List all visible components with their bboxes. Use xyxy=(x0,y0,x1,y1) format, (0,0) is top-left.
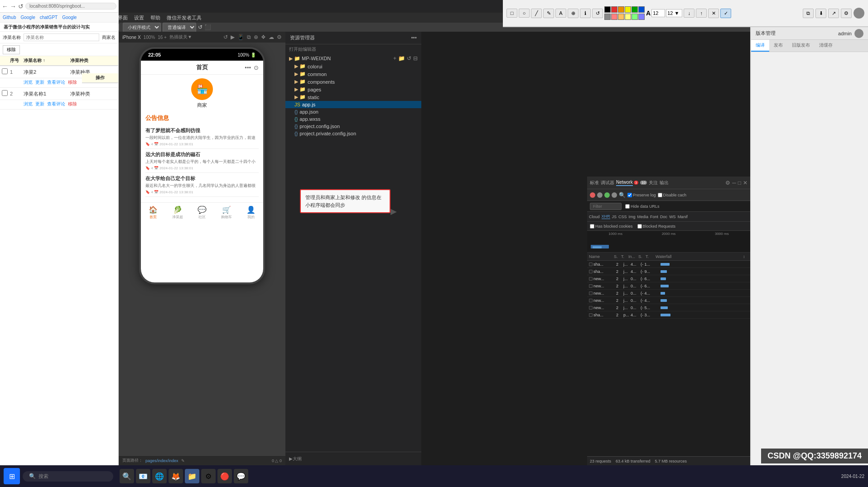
nav-community[interactable]: 💬 社区 xyxy=(190,205,214,220)
color-blue[interactable] xyxy=(638,6,645,13)
taskbar-icon-1[interactable]: 🔍 xyxy=(120,469,134,483)
filter-input[interactable] xyxy=(590,203,622,210)
page-path-edit[interactable]: ✎ xyxy=(181,458,185,463)
sim-more2-icon[interactable]: ❖ xyxy=(261,34,266,40)
devtools-close-icon[interactable]: ✕ xyxy=(743,180,747,186)
type-manif[interactable]: Manif xyxy=(678,215,688,219)
menu-settings[interactable]: 设置 xyxy=(134,14,144,21)
row-checkbox-2[interactable] xyxy=(2,90,8,96)
menu-interface[interactable]: 界面 xyxy=(118,14,128,21)
row-checkbox-1[interactable] xyxy=(2,68,8,74)
col-sort-icon[interactable]: ↕ xyxy=(743,254,748,259)
sim-copy-icon[interactable]: ⧉ xyxy=(247,34,251,40)
nav-home[interactable]: 🏠 首页 xyxy=(141,205,165,220)
color-red[interactable] xyxy=(611,6,617,13)
blocked-requests-label[interactable]: Blocked Requests xyxy=(637,224,676,229)
update-btn-1[interactable]: 更新 xyxy=(35,79,44,86)
rect-tool[interactable]: □ xyxy=(506,9,517,18)
download-tool[interactable]: ⬇ xyxy=(815,9,826,18)
sim-more1-icon[interactable]: ⊕ xyxy=(254,34,258,40)
type-js[interactable]: JS xyxy=(612,215,617,219)
bookmark-google[interactable]: Google xyxy=(20,15,35,20)
open-editor-link[interactable]: 打开始编辑器 xyxy=(285,44,421,54)
type-css[interactable]: CSS xyxy=(618,215,627,219)
menu-wechat-tools[interactable]: 微信开发者工具 xyxy=(167,14,202,21)
info-tool[interactable]: ℹ xyxy=(580,9,591,18)
delete-btn-1[interactable]: 移除 xyxy=(68,79,77,86)
sim-play-icon[interactable]: ▶ xyxy=(231,34,235,40)
refresh-btn[interactable]: ↺ xyxy=(198,24,203,30)
taskbar-icon-4[interactable]: 🦊 xyxy=(169,469,183,483)
blocked-cookies-label[interactable]: Has blocked cookies xyxy=(590,224,633,229)
type-cloud[interactable]: Cloud xyxy=(589,215,600,219)
color-light-yellow[interactable] xyxy=(625,14,631,20)
type-img[interactable]: Img xyxy=(629,215,636,219)
nav-profile[interactable]: 👤 我的 xyxy=(239,205,263,220)
file-explorer-more[interactable]: ••• xyxy=(411,35,417,41)
taskbar-icon-8[interactable]: 💬 xyxy=(234,469,248,483)
green-btn[interactable] xyxy=(604,192,610,198)
nav-cart[interactable]: 🛒 购物车 xyxy=(214,205,239,220)
taskbar-icon-7[interactable]: 🔴 xyxy=(217,469,232,483)
sim-settings-icon[interactable]: ⚙ xyxy=(277,34,282,40)
devtab-standard[interactable]: 标准 xyxy=(590,180,599,186)
scan-icon[interactable]: ⊙ xyxy=(254,64,259,71)
record-btn[interactable] xyxy=(590,192,595,198)
add-folder-btn[interactable]: 📁 xyxy=(398,55,405,62)
line-tool[interactable]: ╱ xyxy=(531,9,542,18)
network-row[interactable]: new... 2 j... 0... (- 6... xyxy=(587,275,750,282)
network-row[interactable]: new... 2 j... 0... (- 6... xyxy=(587,282,750,290)
folder-static[interactable]: ▶ 📁 static xyxy=(285,93,421,101)
folder-components[interactable]: ▶ 📁 components xyxy=(285,78,421,86)
network-row[interactable]: sha... 2 j... 4... (- 9... xyxy=(587,268,750,275)
gray-btn[interactable] xyxy=(612,192,617,198)
devtools-minimize-icon[interactable]: ─ xyxy=(732,180,736,186)
outline-toggle[interactable]: ▶ xyxy=(289,456,293,461)
settings-draw-tool[interactable]: ⚙ xyxy=(841,9,852,18)
devtab-network[interactable]: Network xyxy=(616,180,633,186)
delete-btn-2[interactable]: 移除 xyxy=(68,101,77,107)
type-xhr[interactable]: XHR xyxy=(602,214,610,219)
type-ws[interactable]: WS xyxy=(669,215,676,219)
review-btn-1[interactable]: 查看评论 xyxy=(47,79,65,86)
bookmark-github[interactable]: Github xyxy=(3,15,16,20)
browse-btn-1[interactable]: 浏览 xyxy=(24,79,33,86)
notice-item-3[interactable]: 在大学给自己定个目标 最近和几名大一的学生聊天，几名同学认为身边的人普遍都很 🔖… xyxy=(145,173,259,197)
color-light-green[interactable] xyxy=(632,14,638,20)
file-appwxss[interactable]: {} app.wxss xyxy=(285,115,421,123)
color-black[interactable] xyxy=(604,6,611,13)
folder-common[interactable]: ▶ 📁 common xyxy=(285,70,421,78)
sim-phone-icon[interactable]: 📱 xyxy=(237,34,244,40)
sim-refresh-icon[interactable]: ↺ xyxy=(223,34,228,40)
color-gray[interactable] xyxy=(604,14,611,20)
file-appjs[interactable]: JS app.js xyxy=(285,101,421,108)
notice-item-2[interactable]: 远大的目标是成功的磁石 上天对每个老实人都是公平的，每个人每一天都是二十四个小 … xyxy=(145,149,259,173)
color-orange[interactable] xyxy=(618,6,624,13)
blocked-cookies-checkbox[interactable] xyxy=(590,224,594,229)
user-avatar-draw[interactable] xyxy=(854,8,864,19)
devtab-watch[interactable]: 关注 xyxy=(649,180,658,186)
mini-mode-select[interactable]: 小程序模式 xyxy=(123,23,161,32)
circle-tool[interactable]: ○ xyxy=(519,9,530,18)
hide-data-urls-checkbox[interactable] xyxy=(625,204,630,209)
search-input[interactable] xyxy=(24,33,99,41)
taskbar-icon-2[interactable]: 📧 xyxy=(136,469,150,483)
down-arrow-tool[interactable]: ↓ xyxy=(684,9,694,18)
devtools-expand-icon[interactable]: □ xyxy=(738,180,741,186)
col-name-header[interactable]: 净菜名称 ↑ xyxy=(24,57,70,64)
plus-icon[interactable]: 16 + xyxy=(158,35,167,40)
network-row[interactable]: sha... 2 j... 4... (- 1... xyxy=(587,261,750,268)
hide-data-urls-label[interactable]: Hide data URLs xyxy=(625,204,660,209)
page-path-value[interactable]: pages/index/index xyxy=(145,458,178,463)
network-row[interactable]: new... 2 j... 0... (- 4... xyxy=(587,297,750,304)
size-input[interactable] xyxy=(666,9,682,17)
type-media[interactable]: Media xyxy=(637,215,649,219)
network-row[interactable]: sha... 2 p... 4... (- 3... xyxy=(587,311,750,319)
taskbar-icon-6[interactable]: ⚙ xyxy=(201,469,216,483)
undo-tool[interactable]: ↺ xyxy=(592,9,603,18)
bookmark-chatgpt[interactable]: chatGPT xyxy=(40,15,58,20)
taskbar-search[interactable]: 🔍 搜索 xyxy=(23,471,113,482)
type-font[interactable]: Font xyxy=(650,215,658,219)
bookmark-google2[interactable]: Google xyxy=(62,15,77,20)
compile-mode-select[interactable]: 普通编译 xyxy=(163,23,196,32)
